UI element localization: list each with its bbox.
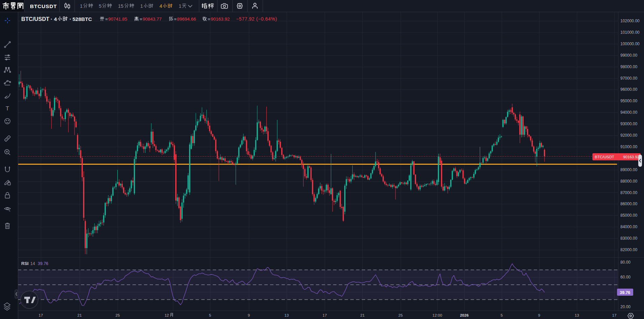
svg-text:RSI: RSI xyxy=(21,261,29,266)
svg-text:17: 17 xyxy=(39,313,43,317)
svg-text:15: 15 xyxy=(118,3,123,9)
svg-text:9: 9 xyxy=(538,313,540,317)
svg-text:·: · xyxy=(51,16,53,22)
svg-text:20.00: 20.00 xyxy=(620,304,631,309)
svg-text:80.00: 80.00 xyxy=(620,260,631,265)
svg-text:96000.00: 96000.00 xyxy=(620,87,637,92)
svg-text:25: 25 xyxy=(399,313,403,317)
svg-text:4: 4 xyxy=(159,3,162,9)
svg-text:528BTC: 528BTC xyxy=(72,16,92,22)
svg-text:90163.92: 90163.92 xyxy=(623,155,639,159)
svg-text:39.76: 39.76 xyxy=(620,290,630,295)
svg-text:17: 17 xyxy=(612,313,617,317)
svg-text:4: 4 xyxy=(54,16,57,22)
svg-text:84000.00: 84000.00 xyxy=(620,224,637,229)
svg-text:12: 12 xyxy=(165,313,169,317)
svg-text:90163.92: 90163.92 xyxy=(211,17,230,22)
svg-text:86000.00: 86000.00 xyxy=(620,202,637,206)
svg-text:13: 13 xyxy=(285,313,289,317)
svg-text:97000.00: 97000.00 xyxy=(620,76,637,81)
svg-text:83000.00: 83000.00 xyxy=(620,236,637,241)
svg-text:T: T xyxy=(6,105,9,112)
svg-text:93000.00: 93000.00 xyxy=(620,122,637,126)
svg-text:90843.77: 90843.77 xyxy=(143,17,162,22)
svg-text:BTCUSDT: BTCUSDT xyxy=(30,3,57,9)
svg-text:60.00: 60.00 xyxy=(620,275,631,280)
svg-text:95000.00: 95000.00 xyxy=(620,99,637,103)
svg-text:5: 5 xyxy=(209,313,211,317)
svg-text:BTC/USDT: BTC/USDT xyxy=(21,16,49,22)
svg-text:91000.00: 91000.00 xyxy=(620,144,637,149)
svg-text:13: 13 xyxy=(575,313,579,317)
svg-text:89000.00: 89000.00 xyxy=(620,167,637,172)
svg-text:−577.92 (−0.64%): −577.92 (−0.64%) xyxy=(236,16,277,22)
svg-text:98000.00: 98000.00 xyxy=(620,64,637,69)
svg-text:101000.00: 101000.00 xyxy=(620,30,640,35)
svg-text:39.76: 39.76 xyxy=(38,261,48,266)
svg-text:90741.85: 90741.85 xyxy=(108,17,127,22)
svg-text:=: = xyxy=(105,17,108,22)
svg-text:=: = xyxy=(174,17,177,22)
svg-text:12:00: 12:00 xyxy=(433,313,442,317)
svg-text:99000.00: 99000.00 xyxy=(620,53,637,58)
svg-text:1: 1 xyxy=(179,3,181,9)
svg-text:9: 9 xyxy=(248,313,250,317)
svg-text:100000.00: 100000.00 xyxy=(620,42,640,46)
svg-text:·: · xyxy=(69,16,71,22)
svg-text:102000.00: 102000.00 xyxy=(620,19,640,23)
svg-text:17: 17 xyxy=(323,313,327,317)
svg-text:5: 5 xyxy=(501,313,503,317)
svg-text:92000.00: 92000.00 xyxy=(620,133,637,138)
svg-text:88000.00: 88000.00 xyxy=(620,179,637,184)
svg-text:21: 21 xyxy=(360,313,365,317)
svg-text:89694.66: 89694.66 xyxy=(177,17,196,22)
svg-text:BTC/USDT: BTC/USDT xyxy=(595,155,614,159)
svg-text:1: 1 xyxy=(80,3,83,9)
svg-text:5: 5 xyxy=(99,3,101,9)
svg-text:25: 25 xyxy=(116,313,120,317)
svg-text:=: = xyxy=(208,17,210,22)
svg-text:1: 1 xyxy=(140,3,143,9)
svg-text:82000.00: 82000.00 xyxy=(620,247,637,252)
svg-text:85000.00: 85000.00 xyxy=(620,213,637,218)
svg-text:14: 14 xyxy=(30,261,35,266)
svg-text:=: = xyxy=(140,17,142,22)
svg-text:21: 21 xyxy=(78,313,82,317)
svg-text:87000.00: 87000.00 xyxy=(620,190,637,195)
svg-text:94000.00: 94000.00 xyxy=(620,110,637,115)
svg-text:2026: 2026 xyxy=(460,313,469,317)
